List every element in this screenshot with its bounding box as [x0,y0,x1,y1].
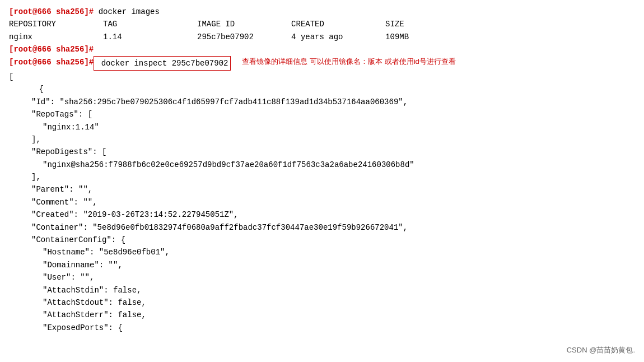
terminal-line-1: [root@666 sha256]# docker images [9,6,635,18]
json-container: "Container": "5e8d96e0fb01832974f0680a9a… [9,221,635,234]
json-repotags-close: ], [9,133,635,146]
json-user: "User": "", [9,271,635,284]
open-brace: { [9,83,44,95]
annotation-inspect: 查看镜像的详细信息 可以使用镜像名：版本 或者使用id号进行查看 [242,56,455,67]
terminal-line-3: nginx 1.14 295c7be07902 4 years ago 109M… [9,31,635,43]
json-exposedports: "ExposedPorts": { [9,322,635,334]
json-id: "Id": "sha256:295c7be079025306c4f1d65997… [9,96,635,108]
terminal-window: [root@666 sha256]# docker images REPOSIT… [0,0,644,362]
terminal-line-7: { [9,83,635,95]
nginx-row: nginx 1.14 295c7be07902 4 years ago 109M… [9,31,409,43]
watermark: CSDN @苗苗奶黄包. [567,345,635,355]
prompt-5: [root@666 sha256]# [9,56,94,68]
json-repotags: "RepoTags": [ [9,108,635,120]
json-repodigests-val: "nginx@sha256:f7988fb6c02e0ce69257d9bd9c… [9,159,635,171]
cmd-1: docker images [94,6,160,18]
prompt-4: [root@666 sha256]# [9,43,94,55]
json-repotags-val: "nginx:1.14" [9,121,635,133]
json-comment: "Comment": "", [9,196,635,208]
json-attachstdout: "AttachStdout": false, [9,296,635,309]
json-hostname: "Hostname": "5e8d96e0fb01", [9,246,635,258]
prompt-1: [root@666 sha256]# [9,6,94,18]
cmd-highlight-inspect: docker inspect 295c7be07902 [94,56,231,71]
terminal-line-6: [ [9,71,635,83]
json-domainname: "Domainname": "", [9,259,635,271]
json-containerconfig: "ContainerConfig": { [9,234,635,246]
terminal-line-5: [root@666 sha256]# docker inspect 295c7b… [9,56,635,71]
header-row: REPOSITORY TAG IMAGE ID CREATED SIZE [9,18,404,30]
json-repodigests: "RepoDigests": [ [9,146,635,158]
json-created: "Created": "2019-03-26T23:14:52.22794505… [9,208,635,221]
terminal-line-2: REPOSITORY TAG IMAGE ID CREATED SIZE [9,18,635,30]
open-bracket: [ [9,71,13,83]
terminal-line-4: [root@666 sha256]# [9,43,635,55]
json-parent: "Parent": "", [9,183,635,196]
json-attachstdin: "AttachStdin": false, [9,284,635,296]
json-repodigests-close: ], [9,171,635,183]
json-attachstderr: "AttachStderr": false, [9,309,635,321]
